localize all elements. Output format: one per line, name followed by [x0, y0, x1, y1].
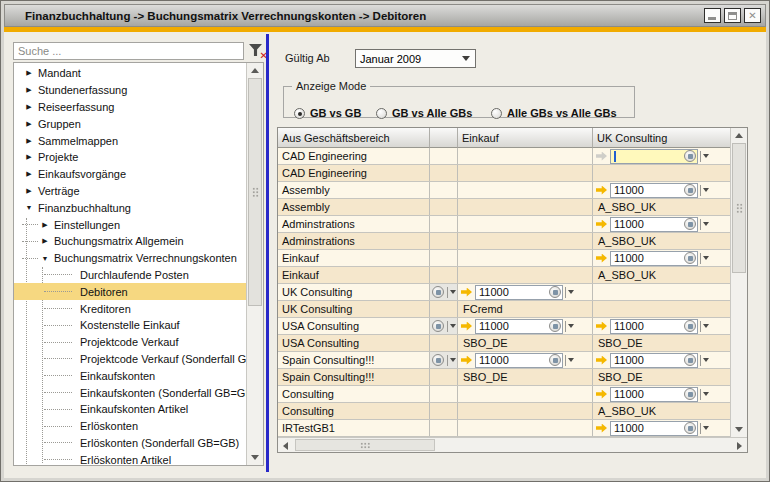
tree-item-projekte[interactable]: ▶Projekte: [14, 149, 247, 166]
tree-scrollbar[interactable]: [246, 63, 263, 465]
link-arrow-icon[interactable]: [596, 424, 607, 433]
tree-item-einstellungen[interactable]: ▶Einstellungen: [14, 216, 247, 233]
tree-item-projektcode-verkauf[interactable]: Projektcode Verkauf: [14, 334, 247, 351]
tree-item-finanzbuchhaltung[interactable]: ▼Finanzbuchhaltung: [14, 199, 247, 216]
selector-button[interactable]: [684, 422, 696, 434]
selector-button[interactable]: [684, 150, 696, 162]
expand-icon[interactable]: ▶: [22, 153, 36, 161]
selector-button[interactable]: [549, 286, 561, 298]
dropdown-icon[interactable]: [703, 188, 709, 192]
dropdown-icon[interactable]: [450, 324, 456, 328]
selector-button[interactable]: [432, 286, 444, 298]
expand-icon[interactable]: ▶: [38, 237, 52, 245]
link-arrow-icon[interactable]: [596, 254, 607, 263]
tree-item-erlöskonten[interactable]: Erlöskonten: [14, 418, 247, 435]
cell-input[interactable]: [610, 149, 698, 164]
scroll-thumb[interactable]: [295, 439, 435, 451]
cell-input[interactable]: [475, 353, 563, 368]
expand-icon[interactable]: ▶: [22, 187, 36, 195]
cell-input[interactable]: [610, 421, 698, 436]
expand-icon[interactable]: ▶: [22, 137, 36, 145]
dropdown-icon[interactable]: [450, 358, 456, 362]
tree-item-kostenstelle-einkauf[interactable]: Kostenstelle Einkauf: [14, 317, 247, 334]
cell-input-field[interactable]: [611, 354, 684, 366]
tree-item-durchlaufende-posten[interactable]: Durchlaufende Posten: [14, 267, 247, 284]
tree-item-projektcode-verkauf-sonderfall-gb[interactable]: Projektcode Verkauf (Sonderfall GB: [14, 351, 247, 368]
expand-icon[interactable]: ▶: [38, 221, 52, 229]
tree-item-debitoren[interactable]: Debitoren: [14, 283, 247, 300]
panel-splitter[interactable]: [266, 34, 269, 472]
cell-input[interactable]: [475, 285, 563, 300]
selector-button[interactable]: [684, 320, 696, 332]
search-input[interactable]: [13, 42, 244, 60]
tree-item-reiseerfassung[interactable]: ▶Reiseerfassung: [14, 99, 247, 116]
expand-icon[interactable]: ▶: [22, 86, 36, 94]
tree-item-einkaufskonten[interactable]: Einkaufskonten: [14, 367, 247, 384]
cell-selector[interactable]: [430, 284, 458, 300]
tree-item-erlöskonten-sonderfall-gb-gb[interactable]: Erlöskonten (Sonderfall GB=GB): [14, 435, 247, 452]
cell-input-field[interactable]: [611, 422, 684, 434]
selector-button[interactable]: [684, 252, 696, 264]
cell-selector[interactable]: [430, 318, 458, 334]
expand-icon[interactable]: ▶: [22, 120, 36, 128]
dropdown-icon[interactable]: [703, 324, 709, 328]
scroll-thumb[interactable]: [248, 78, 262, 306]
link-arrow-icon[interactable]: [596, 390, 607, 399]
dropdown-icon[interactable]: [568, 358, 574, 362]
cell-input[interactable]: [610, 319, 698, 334]
tree-item-erlöskonten-artikel[interactable]: Erlöskonten Artikel: [14, 451, 247, 466]
cell-input[interactable]: [475, 319, 563, 334]
cell-input[interactable]: [610, 217, 698, 232]
link-arrow-icon[interactable]: [596, 220, 607, 229]
scroll-up-button[interactable]: [247, 63, 263, 78]
cell-input-field[interactable]: [476, 354, 549, 366]
dropdown-icon[interactable]: [703, 358, 709, 362]
link-arrow-icon[interactable]: [461, 322, 472, 331]
cell-input-field[interactable]: [476, 286, 549, 298]
scroll-left-button[interactable]: [278, 438, 293, 453]
tree-item-mandant[interactable]: ▶Mandant: [14, 65, 247, 82]
collapse-icon[interactable]: ▼: [38, 255, 52, 262]
cell-selector[interactable]: [430, 352, 458, 368]
cell-input[interactable]: [610, 353, 698, 368]
cell-input-field[interactable]: [611, 218, 684, 230]
scroll-thumb[interactable]: [732, 143, 746, 273]
table-horizontal-scrollbar[interactable]: [278, 437, 747, 452]
tree-item-sammelmappen[interactable]: ▶Sammelmappen: [14, 132, 247, 149]
dropdown-icon[interactable]: [703, 392, 709, 396]
maximize-button[interactable]: [724, 8, 741, 23]
dropdown-icon[interactable]: [703, 154, 709, 158]
link-arrow-icon[interactable]: [596, 356, 607, 365]
cell-input-field[interactable]: [611, 184, 684, 196]
tree-item-einkaufskonten-artikel[interactable]: Einkaufskonten Artikel: [14, 401, 247, 418]
cell-input-field[interactable]: [611, 388, 684, 400]
cell-input-field[interactable]: [611, 320, 684, 332]
valid-from-select[interactable]: Januar 2009: [355, 49, 476, 68]
close-button[interactable]: ✕: [744, 8, 761, 23]
link-arrow-icon[interactable]: [461, 288, 472, 297]
link-arrow-icon[interactable]: [461, 356, 472, 365]
collapse-icon[interactable]: ▼: [22, 204, 36, 211]
clear-filter-button[interactable]: ✕: [248, 43, 266, 60]
tree-item-buchungsmatrix-allgemein[interactable]: ▶Buchungsmatrix Allgemein: [14, 233, 247, 250]
scroll-down-button[interactable]: [731, 422, 747, 437]
scroll-right-button[interactable]: [732, 438, 747, 453]
selector-button[interactable]: [684, 354, 696, 366]
tree-item-einkaufsvorgänge[interactable]: ▶Einkaufsvorgänge: [14, 166, 247, 183]
selector-button[interactable]: [549, 320, 561, 332]
dropdown-icon[interactable]: [450, 290, 456, 294]
expand-icon[interactable]: ▶: [22, 103, 36, 111]
expand-icon[interactable]: ▶: [22, 170, 36, 178]
link-arrow-icon[interactable]: [596, 322, 607, 331]
expand-icon[interactable]: ▶: [22, 69, 36, 77]
selector-button[interactable]: [549, 354, 561, 366]
minimize-button[interactable]: [704, 8, 721, 23]
tree-item-stundenerfassung[interactable]: ▶Stundenerfassung: [14, 82, 247, 99]
tree-item-gruppen[interactable]: ▶Gruppen: [14, 115, 247, 132]
dropdown-icon[interactable]: [568, 290, 574, 294]
tree-item-verträge[interactable]: ▶Verträge: [14, 183, 247, 200]
selector-button[interactable]: [684, 218, 696, 230]
scroll-down-button[interactable]: [247, 450, 263, 465]
selector-button[interactable]: [684, 184, 696, 196]
scroll-up-button[interactable]: [731, 128, 747, 143]
